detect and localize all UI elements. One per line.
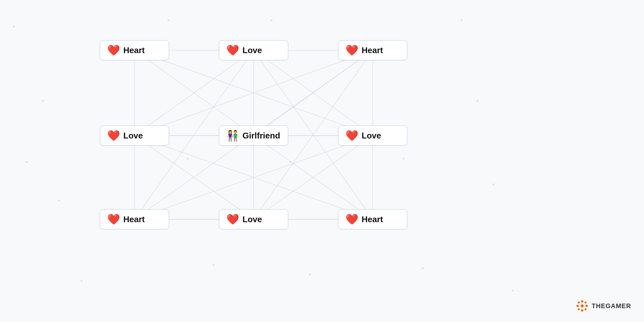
node-emoji: 👫 <box>226 130 239 141</box>
node-n5[interactable]: 👫Girlfriend <box>219 126 288 146</box>
node-n2[interactable]: ❤️Love <box>219 40 288 60</box>
node-n4[interactable]: ❤️Love <box>100 126 169 146</box>
node-n7[interactable]: ❤️Heart <box>100 209 169 229</box>
node-emoji: ❤️ <box>226 45 239 55</box>
node-n1[interactable]: ❤️Heart <box>100 40 169 60</box>
node-emoji: ❤️ <box>107 214 120 224</box>
node-emoji: ❤️ <box>226 214 239 224</box>
node-label: Girlfriend <box>242 131 280 141</box>
node-n3[interactable]: ❤️Heart <box>338 40 407 60</box>
node-emoji: ❤️ <box>346 45 358 55</box>
node-n8[interactable]: ❤️Love <box>219 209 288 229</box>
node-label: Heart <box>123 214 145 224</box>
node-label: Heart <box>362 45 383 55</box>
node-label: Love <box>242 45 262 55</box>
node-emoji: ❤️ <box>346 214 358 224</box>
node-label: Love <box>362 131 381 141</box>
canvas: ❤️Heart❤️Love❤️Heart❤️Love👫Girlfriend❤️L… <box>0 0 644 322</box>
node-label: Love <box>123 131 143 141</box>
node-label: Heart <box>362 214 383 224</box>
node-emoji: ❤️ <box>107 45 120 55</box>
node-emoji: ❤️ <box>107 130 120 141</box>
node-label: Love <box>242 214 262 224</box>
node-label: Heart <box>123 45 145 55</box>
node-n6[interactable]: ❤️Love <box>338 126 407 146</box>
node-emoji: ❤️ <box>346 130 358 141</box>
edges-svg <box>0 0 644 322</box>
node-n9[interactable]: ❤️Heart <box>338 209 407 229</box>
